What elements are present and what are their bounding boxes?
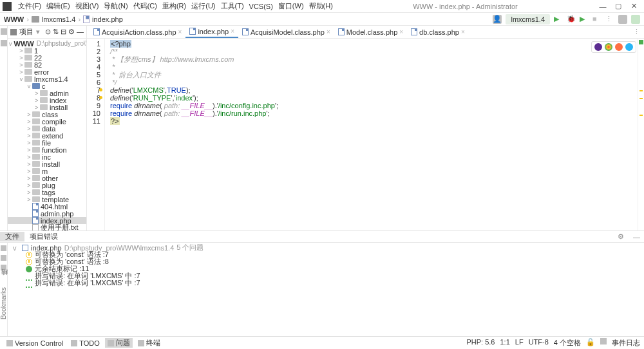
expand-icon[interactable]: ⇅ xyxy=(53,28,59,36)
menu-vcs[interactable]: VCS(S) xyxy=(247,3,276,10)
tree-node[interactable]: >data xyxy=(8,125,86,132)
tree-node[interactable]: >82 xyxy=(8,61,86,68)
problem-row[interactable]: 拼写错误: 在单词 'LMXCMS' 中 :7 xyxy=(8,279,644,287)
status-indent[interactable]: 4 个空格 xyxy=(554,338,581,348)
collapse-icon[interactable]: ⊟ xyxy=(61,28,66,36)
warning-mark-icon[interactable] xyxy=(639,98,643,99)
dropdown-icon[interactable]: ▾ xyxy=(36,28,40,36)
event-log[interactable]: 事件日志 xyxy=(612,338,640,348)
status-bar: Version Control TODO 问题 终端 PHP: 5.6 1:1 … xyxy=(0,336,644,349)
menu-code[interactable]: 代码(C) xyxy=(131,1,160,11)
project-panel-title[interactable]: 项目 xyxy=(19,27,33,37)
tree-node[interactable]: >tags xyxy=(8,189,86,196)
project-tool-icon[interactable] xyxy=(1,28,7,35)
update-icon[interactable] xyxy=(631,15,640,24)
warning-mark-icon[interactable] xyxy=(639,90,643,91)
php-open-tag: <?php xyxy=(110,40,131,48)
editor-tab[interactable]: AcquisiAction.class.php× xyxy=(90,26,185,38)
problem-row[interactable]: 可替换为 'const' 语法 :8 xyxy=(8,258,644,265)
tree-node[interactable]: >admin xyxy=(8,90,86,97)
chevron-right-icon: › xyxy=(26,15,29,23)
user-icon[interactable]: 👤 xyxy=(493,15,502,24)
menu-navigate[interactable]: 导航(N) xyxy=(101,1,130,11)
breadcrumb-file[interactable]: index.php xyxy=(92,15,123,23)
readonly-lock-icon[interactable]: 🔓 xyxy=(586,338,595,348)
edge-icon[interactable] xyxy=(625,43,633,51)
editor-tab[interactable]: index.php× xyxy=(185,26,238,38)
tree-node[interactable]: >22 xyxy=(8,54,86,61)
tree-node[interactable]: >file xyxy=(8,139,86,146)
code-editor[interactable]: <?php /** * 【梦想cms】 http://www.lmxcms.co… xyxy=(105,39,638,231)
project-tree[interactable]: vWWWD:\phpstudy_pro\WWW>1>22>82>errorvlm… xyxy=(8,39,86,231)
breadcrumb-dir[interactable]: lmxcms1.4 xyxy=(42,15,76,23)
menu-file[interactable]: 文件(F) xyxy=(15,1,44,11)
line-gutter[interactable]: 1234567891011 xyxy=(87,39,105,231)
tree-node[interactable]: >index xyxy=(8,97,86,104)
coverage-icon[interactable]: ▶ xyxy=(580,15,589,24)
status-line-ending[interactable]: LF xyxy=(515,338,524,348)
menu-view[interactable]: 视图(V) xyxy=(73,1,102,11)
tree-node[interactable]: >error xyxy=(8,68,86,75)
editor-tab[interactable]: db.class.php× xyxy=(407,26,469,38)
hide-icon[interactable]: — xyxy=(77,28,84,36)
warning-mark-icon[interactable] xyxy=(639,115,643,116)
tree-node[interactable]: 404.html xyxy=(8,203,86,210)
maximize-button[interactable]: ▢ xyxy=(611,2,626,10)
breadcrumb-root[interactable]: WWW xyxy=(4,15,24,23)
run-icon[interactable]: ▶ xyxy=(554,15,563,24)
tree-node[interactable]: >compile xyxy=(8,118,86,125)
close-button[interactable]: ✕ xyxy=(626,2,641,10)
menu-edit[interactable]: 编辑(E) xyxy=(44,1,73,11)
menu-window[interactable]: 窗口(W) xyxy=(276,1,307,11)
editor-tab[interactable]: Model.class.php× xyxy=(334,26,407,38)
status-encoding[interactable]: UTF-8 xyxy=(529,338,549,348)
status-pos[interactable]: 1:1 xyxy=(500,338,510,348)
problems-tool[interactable]: 问题 xyxy=(105,338,133,348)
firefox-icon[interactable] xyxy=(615,43,623,51)
tree-node[interactable]: >inc xyxy=(8,153,86,160)
tree-node[interactable]: >plug xyxy=(8,182,86,189)
tree-node[interactable]: >extend xyxy=(8,132,86,139)
hide-icon[interactable]: — xyxy=(629,233,644,241)
editor-tab[interactable]: AcquisiModel.class.php× xyxy=(238,26,334,38)
terminal-tool[interactable]: 终端 xyxy=(135,338,163,348)
stop-icon[interactable]: ■ xyxy=(592,15,601,24)
tabs-menu-icon[interactable]: ⋮ xyxy=(629,28,644,36)
bookmarks-label[interactable]: Bookmarks xyxy=(0,287,8,319)
status-php[interactable]: PHP: 5.6 xyxy=(466,338,495,348)
todo-tool[interactable]: TODO xyxy=(68,339,102,347)
gear-icon[interactable]: ⚙ xyxy=(68,28,75,36)
version-control-tool[interactable]: Version Control xyxy=(4,339,66,347)
menu-tools[interactable]: 工具(T) xyxy=(218,1,247,11)
phpstorm-icon[interactable] xyxy=(594,43,602,51)
chrome-icon[interactable] xyxy=(605,43,612,51)
code-line: ?> xyxy=(110,117,635,125)
menu-refactor[interactable]: 重构(R) xyxy=(160,1,189,11)
menu-run[interactable]: 运行(U) xyxy=(189,1,218,11)
problems-tab-project[interactable]: 项目错误 xyxy=(24,232,63,241)
problems-list[interactable]: v index.php D:\phpstudy_pro\WWW\lmxcms1.… xyxy=(8,243,644,336)
select-opened-icon[interactable]: ⊙ xyxy=(45,28,51,36)
tree-node[interactable]: >function xyxy=(8,146,86,153)
tree-node[interactable]: admin.php xyxy=(8,210,86,217)
menu-help[interactable]: 帮助(H) xyxy=(307,1,336,11)
gear-icon[interactable]: ⚙ xyxy=(612,232,629,241)
structure-tool-icon[interactable] xyxy=(1,40,7,46)
minimize-button[interactable]: — xyxy=(595,3,611,10)
tree-node[interactable]: vlmxcms1.4 xyxy=(8,75,86,82)
tree-node[interactable]: >other xyxy=(8,174,86,182)
project-view-icon xyxy=(10,29,17,35)
event-log-icon[interactable] xyxy=(600,338,607,344)
search-icon[interactable] xyxy=(618,15,627,24)
tree-node[interactable]: >1 xyxy=(8,47,86,54)
tree-node[interactable]: >install xyxy=(8,104,86,111)
debug-icon[interactable]: 🐞 xyxy=(567,15,576,24)
tree-node[interactable]: vc xyxy=(8,82,86,90)
error-stripe[interactable] xyxy=(638,39,644,231)
tree-node[interactable]: >class xyxy=(8,111,86,118)
tree-node[interactable]: >install xyxy=(8,160,86,167)
tree-node[interactable]: >m xyxy=(8,167,86,174)
more-icon[interactable]: ⋮ xyxy=(605,15,614,24)
run-config-select[interactable]: lmxcms1.4 xyxy=(506,14,550,24)
tree-node[interactable]: >template xyxy=(8,196,86,203)
